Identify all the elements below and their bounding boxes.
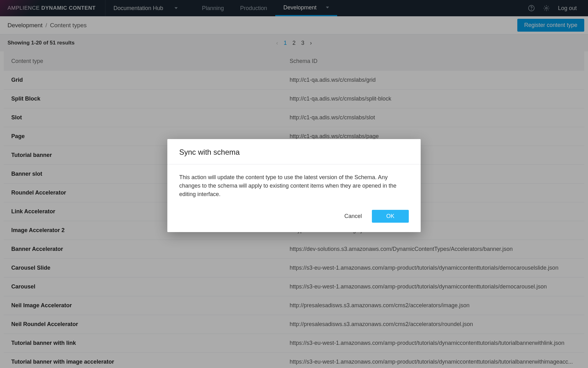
modal-header: Sync with schema bbox=[167, 139, 421, 164]
modal-actions: Cancel OK bbox=[167, 202, 421, 232]
cancel-button[interactable]: Cancel bbox=[344, 213, 362, 220]
modal-title: Sync with schema bbox=[179, 148, 409, 157]
sync-schema-modal: Sync with schema This action will update… bbox=[167, 139, 421, 232]
modal-body: This action will update the content type… bbox=[167, 164, 421, 202]
modal-overlay[interactable]: Sync with schema This action will update… bbox=[0, 0, 588, 368]
ok-button[interactable]: OK bbox=[372, 210, 409, 223]
